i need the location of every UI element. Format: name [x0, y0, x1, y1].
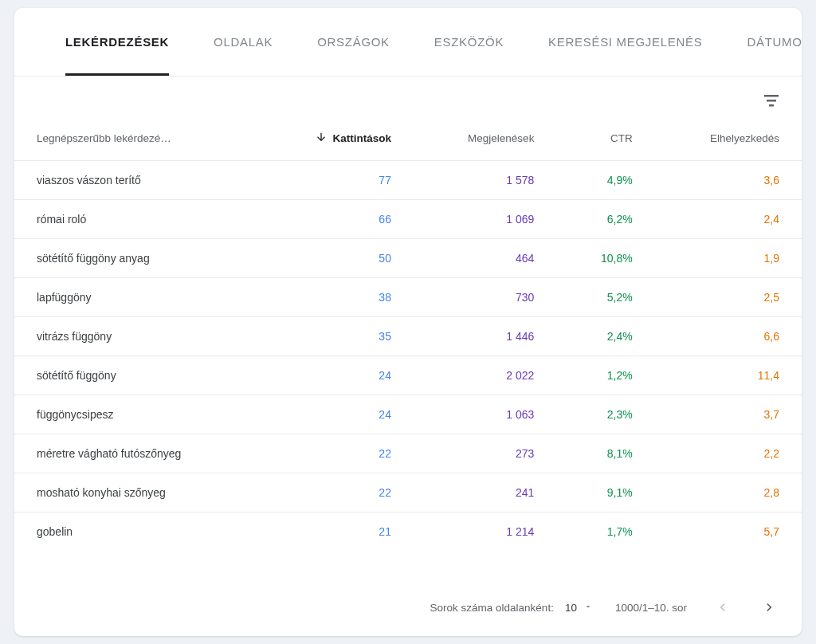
cell-clicks: 22 — [258, 434, 414, 473]
table-row[interactable]: lapfüggöny387305,2%2,5 — [14, 278, 802, 317]
col-impressions[interactable]: Megjelenések — [414, 118, 556, 161]
table-row[interactable]: mosható konyhai szőnyeg222419,1%2,8 — [14, 473, 802, 512]
table-row[interactable]: méretre vágható futószőnyeg222738,1%2,2 — [14, 434, 802, 473]
cell-position: 2,5 — [655, 278, 802, 317]
cell-impressions: 241 — [414, 473, 556, 512]
svg-rect-0 — [764, 95, 779, 97]
cell-ctr: 8,1% — [556, 434, 654, 473]
cell-query: sötétítő függöny — [14, 356, 258, 395]
col-clicks-label: Kattintások — [332, 132, 391, 144]
cell-query: mosható konyhai szőnyeg — [14, 473, 258, 512]
cell-query: lapfüggöny — [14, 278, 258, 317]
cell-query: függönycsipesz — [14, 395, 258, 434]
cell-position: 2,8 — [655, 473, 802, 512]
cell-position: 11,4 — [655, 356, 802, 395]
cell-clicks: 77 — [258, 161, 414, 200]
cell-clicks: 50 — [258, 239, 414, 278]
cell-impressions: 1 214 — [414, 512, 556, 552]
cell-ctr: 9,1% — [556, 473, 654, 512]
rows-per-page: Sorok száma oldalanként: 10 — [430, 602, 593, 614]
cell-position: 6,6 — [655, 317, 802, 356]
pagination-range: 1000/1–10. sor — [615, 602, 687, 614]
col-ctr[interactable]: CTR — [556, 118, 654, 161]
cell-position: 1,9 — [655, 239, 802, 278]
cell-position: 3,6 — [655, 161, 802, 200]
col-clicks[interactable]: Kattintások — [258, 118, 414, 161]
svg-rect-2 — [769, 104, 774, 107]
rows-per-page-value: 10 — [565, 602, 577, 614]
sort-arrow-down-icon — [315, 131, 328, 146]
tab-queries[interactable]: LEKÉRDEZÉSEK — [65, 8, 169, 76]
cell-clicks: 21 — [258, 512, 414, 552]
cell-query: vitrázs függöny — [14, 317, 258, 356]
cell-ctr: 4,9% — [556, 161, 654, 200]
table-row[interactable]: függönycsipesz241 0632,3%3,7 — [14, 395, 802, 434]
table-row[interactable]: római roló661 0696,2%2,4 — [14, 200, 802, 239]
data-card: LEKÉRDEZÉSEK OLDALAK ORSZÁGOK ESZKÖZÖK K… — [14, 8, 802, 636]
cell-query: római roló — [14, 200, 258, 239]
prev-page-button[interactable] — [709, 595, 735, 620]
cell-position: 3,7 — [655, 395, 802, 434]
cell-impressions: 2 022 — [414, 356, 556, 395]
filter-row — [14, 77, 802, 118]
svg-rect-1 — [767, 100, 776, 102]
cell-clicks: 24 — [258, 356, 414, 395]
cell-impressions: 1 069 — [414, 200, 556, 239]
table-row[interactable]: gobelin211 2141,7%5,7 — [14, 512, 802, 552]
cell-ctr: 2,3% — [556, 395, 654, 434]
table-row[interactable]: sötétítő függöny anyag5046410,8%1,9 — [14, 239, 802, 278]
tab-pages[interactable]: OLDALAK — [214, 8, 273, 76]
rows-per-page-label: Sorok száma oldalanként: — [430, 602, 554, 614]
cell-impressions: 273 — [414, 434, 556, 473]
cell-clicks: 24 — [258, 395, 414, 434]
cell-ctr: 2,4% — [556, 317, 654, 356]
cell-query: viaszos vászon terítő — [14, 161, 258, 200]
next-page-button[interactable] — [757, 595, 783, 620]
cell-clicks: 22 — [258, 473, 414, 512]
cell-impressions: 1 063 — [414, 395, 556, 434]
col-position[interactable]: Elhelyezkedés — [655, 118, 802, 161]
table-row[interactable]: sötétítő függöny242 0221,2%11,4 — [14, 356, 802, 395]
col-query[interactable]: Legnépszerűbb lekérdezé… — [14, 118, 258, 161]
tab-search-appearance[interactable]: KERESÉSI MEGJELENÉS — [548, 8, 702, 76]
tab-devices[interactable]: ESZKÖZÖK — [434, 8, 504, 76]
filter-icon[interactable] — [762, 91, 781, 110]
tabs-bar: LEKÉRDEZÉSEK OLDALAK ORSZÁGOK ESZKÖZÖK K… — [14, 8, 802, 77]
cell-query: gobelin — [14, 512, 258, 552]
cell-ctr: 6,2% — [556, 200, 654, 239]
table-row[interactable]: viaszos vászon terítő771 5784,9%3,6 — [14, 161, 802, 200]
cell-impressions: 730 — [414, 278, 556, 317]
cell-clicks: 66 — [258, 200, 414, 239]
cell-position: 5,7 — [655, 512, 802, 552]
cell-impressions: 464 — [414, 239, 556, 278]
queries-table: Legnépszerűbb lekérdezé… Kattintások Meg… — [14, 118, 802, 551]
cell-position: 2,4 — [655, 200, 802, 239]
table-footer: Sorok száma oldalanként: 10 1000/1–10. s… — [14, 580, 802, 636]
cell-ctr: 1,2% — [556, 356, 654, 395]
cell-query: méretre vágható futószőnyeg — [14, 434, 258, 473]
cell-ctr: 1,7% — [556, 512, 654, 552]
chevron-down-icon — [583, 602, 593, 614]
tab-countries[interactable]: ORSZÁGOK — [317, 8, 390, 76]
rows-per-page-select[interactable]: 10 — [565, 602, 593, 614]
cell-query: sötétítő függöny anyag — [14, 239, 258, 278]
cell-impressions: 1 446 — [414, 317, 556, 356]
table-row[interactable]: vitrázs függöny351 4462,4%6,6 — [14, 317, 802, 356]
cell-clicks: 35 — [258, 317, 414, 356]
cell-ctr: 5,2% — [556, 278, 654, 317]
tab-dates[interactable]: DÁTUMOK — [747, 8, 802, 76]
cell-ctr: 10,8% — [556, 239, 654, 278]
cell-position: 2,2 — [655, 434, 802, 473]
cell-impressions: 1 578 — [414, 161, 556, 200]
cell-clicks: 38 — [258, 278, 414, 317]
